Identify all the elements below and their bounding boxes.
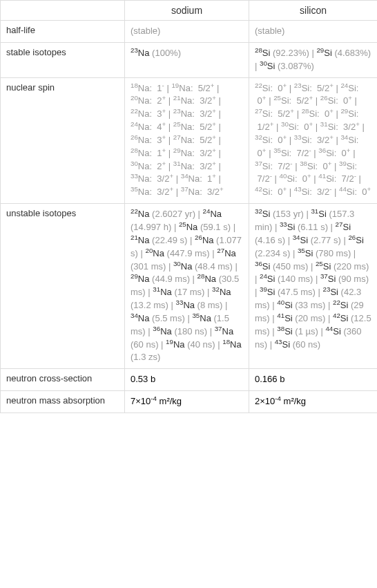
header-sodium: sodium <box>125 1 249 21</box>
label-nuclear-spin: nuclear spin <box>1 77 125 204</box>
label-unstable-isotopes: unstable isotopes <box>1 204 125 369</box>
neutron-cross-section-sodium: 0.53 b <box>125 369 249 391</box>
row-half-life: half-life (stable) (stable) <box>1 21 378 43</box>
neutron-mass-absorption-sodium: 7×10-4 m²/kg <box>125 391 249 413</box>
nuclear-spin-sodium: 18Na: 1- | 19Na: 5/2+ | 20Na: 2+ | 21Na:… <box>125 77 249 204</box>
row-neutron-mass-absorption: neutron mass absorption 7×10-4 m²/kg 2×1… <box>1 391 378 413</box>
neutron-mass-absorption-silicon: 2×10-4 m²/kg <box>249 391 378 413</box>
row-neutron-cross-section: neutron cross-section 0.53 b 0.166 b <box>1 369 378 391</box>
unstable-isotopes-silicon: 32Si (153 yr) | 31Si (157.3 min) | 33Si … <box>249 204 378 369</box>
unstable-isotopes-sodium: 22Na (2.6027 yr) | 24Na (14.997 h) | 25N… <box>125 204 249 369</box>
nuclear-spin-silicon: 22Si: 0+ | 23Si: 5/2+ | 24Si: 0+ | 25Si:… <box>249 77 378 204</box>
half-life-sodium: (stable) <box>125 21 249 43</box>
header-silicon: silicon <box>249 1 378 21</box>
label-half-life: half-life <box>1 21 125 43</box>
label-neutron-mass-absorption: neutron mass absorption <box>1 391 125 413</box>
stable-isotopes-sodium: 23Na (100%) <box>125 42 249 77</box>
label-neutron-cross-section: neutron cross-section <box>1 369 125 391</box>
stable-isotopes-silicon: 28Si (92.23%) | 29Si (4.683%) | 30Si (3.… <box>249 42 378 77</box>
label-stable-isotopes: stable isotopes <box>1 42 125 77</box>
neutron-cross-section-silicon: 0.166 b <box>249 369 378 391</box>
half-life-silicon: (stable) <box>249 21 378 43</box>
header-blank <box>1 1 125 21</box>
row-unstable-isotopes: unstable isotopes 22Na (2.6027 yr) | 24N… <box>1 204 378 369</box>
row-nuclear-spin: nuclear spin 18Na: 1- | 19Na: 5/2+ | 20N… <box>1 77 378 204</box>
header-row: sodium silicon <box>1 1 378 21</box>
isotope-comparison-table: sodium silicon half-life (stable) (stabl… <box>0 0 377 413</box>
row-stable-isotopes: stable isotopes 23Na (100%) 28Si (92.23%… <box>1 42 378 77</box>
